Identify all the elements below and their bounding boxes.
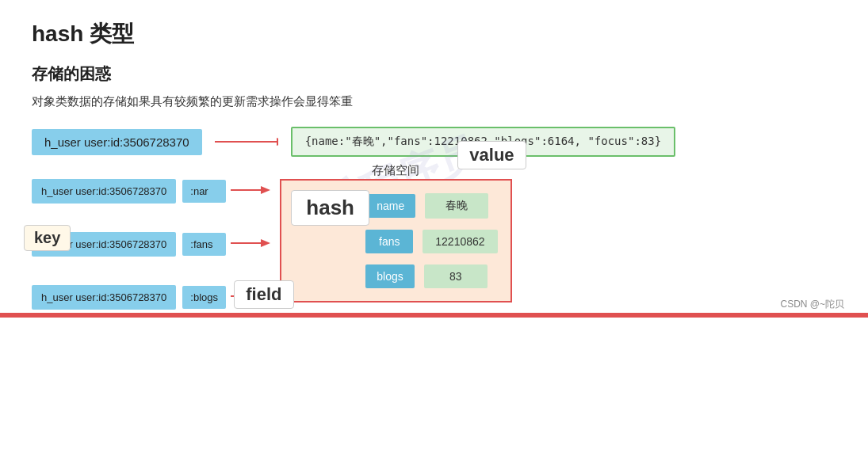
field-cell-2: :fans (182, 233, 226, 256)
key-cell-1: h_user user:id:3506728370 (32, 179, 176, 204)
top-row: h_user user:id:3506728370 {name:"春晚","fa… (32, 127, 836, 157)
value-cell-3: 83 (424, 264, 488, 288)
main-title: hash 类型 (32, 19, 836, 49)
value-label-bubble: value (457, 141, 526, 169)
key-cell-3: h_user user:id:3506728370 (32, 285, 176, 310)
diagram-area: key h_user user:id:3506728370 :nar h_use… (32, 179, 836, 310)
inner-row-2: fans 12210862 (365, 230, 497, 253)
field-cell-3: :blogs (182, 286, 226, 309)
svg-marker-1 (277, 138, 278, 146)
value-cell-2: 12210862 (423, 230, 497, 253)
storage-box: 存储空间 hash value field name 春晚 fans 12210… (280, 179, 511, 302)
svg-marker-3 (261, 186, 270, 194)
field-name-2: fans (365, 230, 413, 253)
bottom-bar (0, 313, 868, 318)
key-label-bubble: key (24, 225, 71, 251)
arrow-svg (215, 134, 278, 150)
arrow-svg-2 (231, 235, 270, 251)
top-arrow (215, 134, 278, 150)
arrow-svg-1 (231, 182, 270, 198)
page-container: 优质程序员 hash 类型 存储的困惑 对象类数据的存储如果具有较频繁的更新需求… (0, 0, 868, 318)
field-label-bubble: field (234, 280, 293, 309)
inner-grid: name 春晚 fans 12210862 blogs 83 (365, 193, 497, 288)
inner-row-3: blogs 83 (365, 264, 497, 288)
storage-space-label: 存储空间 (372, 163, 419, 178)
csdn-label: CSDN @~陀贝 (780, 298, 844, 311)
inner-row-1: name 春晚 (365, 193, 497, 219)
field-name-3: blogs (365, 264, 414, 288)
field-cell-1: :nar (182, 180, 226, 203)
svg-marker-5 (261, 239, 270, 247)
top-key-box: h_user user:id:3506728370 (32, 129, 202, 155)
value-cell-1: 春晚 (425, 193, 488, 219)
field-name-1: name (365, 194, 415, 218)
hash-label-bubble: hash (291, 190, 369, 226)
description: 对象类数据的存储如果具有较频繁的更新需求操作会显得笨重 (32, 94, 836, 109)
arrow-row-1 (231, 182, 270, 201)
diagram-row-1: h_user user:id:3506728370 :nar (32, 179, 270, 204)
arrow-row-2 (231, 235, 270, 254)
section-title: 存储的困惑 (32, 63, 836, 85)
